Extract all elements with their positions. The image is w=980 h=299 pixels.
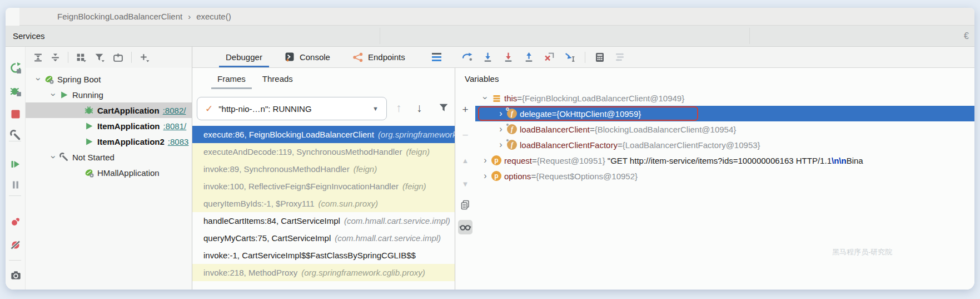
tab-debugger[interactable]: Debugger: [215, 47, 273, 67]
step-over-button[interactable]: [461, 51, 473, 63]
layout-menu-icon[interactable]: [432, 53, 441, 61]
frame-up-button[interactable]: ↑: [396, 101, 402, 115]
drop-frame-button[interactable]: [544, 51, 555, 63]
frame-row[interactable]: execute:86, FeignBlockingLoadBalancerCli…: [192, 126, 455, 143]
frame-row[interactable]: invoke:-1, CartServiceImpl$$FastClassByS…: [192, 247, 455, 264]
frames-list: execute:86, FeignBlockingLoadBalancerCli…: [192, 126, 455, 290]
variable-name: request: [504, 156, 532, 165]
thread-dropdown[interactable]: ✓ "http-nio-…n": RUNNING ▼: [197, 97, 387, 120]
mute-breakpoints-button[interactable]: [9, 238, 22, 252]
new-frame-button[interactable]: [113, 53, 123, 62]
copy-stack-button[interactable]: [458, 198, 472, 212]
show-watches-toggle[interactable]: [458, 220, 472, 234]
collapse-all-button[interactable]: [51, 53, 60, 62]
expand-all-button[interactable]: [33, 53, 43, 62]
variable-row-delegate[interactable]: › f delegate = {OkHttpClient@10959}: [475, 106, 974, 121]
add-service-button[interactable]: [140, 53, 150, 62]
frame-row[interactable]: invoke:89, SynchronousMethodHandler(feig…: [192, 160, 455, 178]
tree-node-running[interactable]: › Running: [26, 87, 192, 102]
tab-endpoints[interactable]: Endpoints: [341, 47, 416, 67]
variables-panel: Variables + − ▲ ▼: [455, 68, 974, 290]
chevron-right-icon[interactable]: ›: [481, 155, 490, 165]
variables-header: Variables: [455, 68, 974, 89]
app-name: CartApplication: [97, 106, 160, 115]
services-title: Services: [13, 31, 45, 41]
chevron-right-icon[interactable]: ›: [481, 171, 490, 181]
divider: [68, 52, 68, 63]
tab-label: Endpoints: [368, 52, 405, 62]
frame-row[interactable]: handleCartItems:84, CartServiceImpl(com.…: [192, 212, 455, 229]
add-watch-button[interactable]: +: [458, 102, 472, 117]
hide-library-frames-button[interactable]: [439, 103, 449, 112]
variable-row-request[interactable]: › p request = {Request@10951} "GET http:…: [475, 153, 974, 168]
frame-row[interactable]: invoke:100, ReflectiveFeign$FeignInvocat…: [192, 178, 455, 195]
filter-button[interactable]: [94, 53, 105, 62]
variables-body: + − ▲ ▼: [455, 89, 974, 290]
parameter-icon: p: [490, 171, 503, 181]
variable-row-this[interactable]: › this = {FeignBlockingLoadBalancerClien…: [475, 90, 974, 106]
services-tree: › Spring Boot › Running: [26, 68, 192, 290]
tab-console[interactable]: Console: [273, 47, 341, 67]
stop-button[interactable]: [9, 107, 22, 121]
divider: [9, 260, 21, 261]
thread-selector-row: ✓ "http-nio-…n": RUNNING ▼ ↑ ↓: [192, 89, 455, 126]
variable-row-load-balancer-client[interactable]: › f loadBalancerClient = {BlockingLoadBa…: [475, 121, 974, 137]
chevron-down-icon[interactable]: ›: [33, 73, 43, 85]
evaluate-expression-button[interactable]: [594, 52, 605, 63]
frame-row[interactable]: queryItemByIds:-1, $Proxy111(com.sun.pro…: [192, 195, 455, 212]
thread-dump-camera-button[interactable]: [9, 268, 22, 282]
tab-frames[interactable]: Frames: [209, 68, 254, 89]
rerun-debug-button[interactable]: [9, 84, 22, 97]
chevron-right-icon[interactable]: ›: [496, 124, 505, 134]
step-out-button[interactable]: [523, 51, 535, 63]
port-link[interactable]: :8082/: [163, 106, 186, 115]
force-step-into-button[interactable]: [503, 51, 514, 63]
thread-ok-icon: ✓: [205, 103, 213, 115]
tree-node-label: Running: [72, 90, 103, 100]
port-link[interactable]: :8081/: [163, 121, 187, 131]
tree-node-not-started[interactable]: › Not Started: [26, 149, 192, 165]
step-into-button[interactable]: [482, 51, 494, 63]
port-link[interactable]: :8083: [168, 137, 189, 146]
watch-strip: + − ▲ ▼: [455, 89, 475, 290]
chevron-down-icon[interactable]: ›: [481, 93, 490, 103]
frames-header: Frames Threads: [192, 68, 455, 89]
variable-row-options[interactable]: › p options = {Request$Options@10952}: [475, 168, 974, 184]
tree-node-cart-application[interactable]: CartApplication :8082/: [26, 102, 192, 118]
debug-tabs-row: Debugger Console Endpoints: [192, 47, 974, 68]
tree-node-spring-boot[interactable]: › Spring Boot: [26, 71, 192, 87]
frame-row[interactable]: executeAndDecode:119, SynchronousMethodH…: [192, 143, 455, 160]
tree-node-hmall-application[interactable]: HMallApplication: [26, 165, 192, 180]
chevron-down-icon[interactable]: ›: [48, 151, 58, 163]
variable-row-load-balancer-client-factory[interactable]: › f loadBalancerClientFactory = {LoadBal…: [475, 137, 974, 153]
run-to-cursor-button[interactable]: [564, 51, 576, 63]
chevron-down-icon[interactable]: ›: [48, 89, 58, 100]
frame-row[interactable]: queryMyCarts:75, CartServiceImpl(com.hma…: [192, 229, 455, 247]
pause-button[interactable]: [9, 178, 22, 192]
spring-boot-icon: [83, 168, 94, 178]
view-breakpoints-button[interactable]: [9, 215, 22, 228]
group-by-button[interactable]: [76, 53, 87, 62]
this-icon: [490, 94, 503, 103]
chevron-right-icon[interactable]: ›: [496, 140, 505, 150]
tab-threads[interactable]: Threads: [254, 68, 301, 89]
breadcrumb-separator-icon: ›: [188, 12, 191, 21]
tree-node-item-application[interactable]: ItemApplication :8081/: [26, 118, 192, 134]
chevron-right-icon[interactable]: ›: [496, 109, 505, 119]
variable-value: {OkHttpClient@10959}: [556, 109, 641, 119]
move-watch-down-button: ▼: [458, 177, 472, 191]
breadcrumb-method[interactable]: execute(): [196, 12, 231, 21]
breadcrumb-class[interactable]: FeignBlockingLoadBalancerClient: [57, 12, 182, 21]
header-corner-icon[interactable]: €: [964, 31, 969, 41]
services-header: Services €: [6, 26, 974, 47]
rerun-button[interactable]: [9, 61, 22, 75]
variable-value: {Request$Options@10952}: [536, 171, 638, 181]
tree-node-item-application2[interactable]: ItemApplication2 :8083: [26, 134, 192, 149]
step-toolbar: [461, 51, 626, 63]
app-name: ItemApplication: [97, 121, 160, 131]
settings-wrench-button[interactable]: [9, 129, 22, 142]
frame-row[interactable]: invoke:218, MethodProxy(org.springframew…: [192, 264, 455, 281]
resume-button[interactable]: [9, 158, 22, 171]
frame-down-button[interactable]: ↓: [416, 101, 422, 115]
parameter-icon: p: [490, 155, 503, 165]
